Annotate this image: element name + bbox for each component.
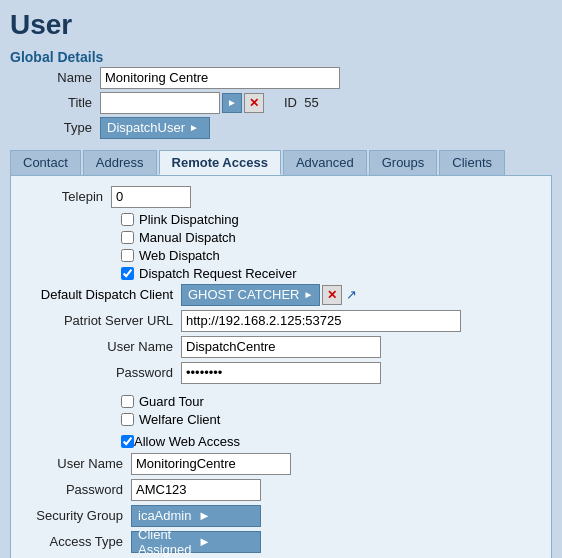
guard-tour-checkbox[interactable] [121, 395, 134, 408]
tab-content-remote-access: Telepin Plink Dispatching Manual Dispatc… [10, 175, 552, 558]
username-label: User Name [21, 339, 181, 354]
telepin-input[interactable] [111, 186, 191, 208]
allow-web-access-checkbox[interactable] [121, 435, 134, 448]
web-username-input[interactable] [131, 453, 291, 475]
page-title: User [10, 10, 552, 41]
web-dispatch-checkbox[interactable] [121, 249, 134, 262]
guard-tour-label: Guard Tour [139, 394, 204, 409]
password-input[interactable] [181, 362, 381, 384]
allow-web-access-label: Allow Web Access [134, 434, 240, 449]
dispatch-request-checkbox[interactable] [121, 267, 134, 280]
access-type-row: Access Type Client Assigned ► [21, 531, 541, 553]
security-group-dropdown[interactable]: icaAdmin ► [131, 505, 261, 527]
manual-dispatch-checkbox[interactable] [121, 231, 134, 244]
web-password-input[interactable] [131, 479, 261, 501]
security-group-arrow: ► [198, 508, 254, 523]
name-input[interactable] [100, 67, 340, 89]
dispatch-request-label: Dispatch Request Receiver [139, 266, 297, 281]
web-password-label: Password [21, 482, 131, 497]
dispatch-request-row: Dispatch Request Receiver [21, 266, 541, 281]
tab-advanced[interactable]: Advanced [283, 150, 367, 175]
manual-dispatch-row: Manual Dispatch [21, 230, 541, 245]
id-label: ID 55 [284, 95, 319, 110]
tab-contact[interactable]: Contact [10, 150, 81, 175]
tab-remote-access[interactable]: Remote Access [159, 150, 281, 175]
telepin-label: Telepin [21, 189, 111, 204]
external-link-icon[interactable]: ↗ [346, 287, 357, 302]
security-group-row: Security Group icaAdmin ► [21, 505, 541, 527]
ghost-catcher-label: GHOST CATCHER [188, 287, 299, 302]
password-row: Password [21, 362, 541, 384]
web-dispatch-label: Web Dispatch [139, 248, 220, 263]
plink-dispatching-label: Plink Dispatching [139, 212, 239, 227]
global-details: Name Title ► ✕ ID 55 Type DispatchUser ► [0, 67, 562, 146]
dispatch-client-x-btn[interactable]: ✕ [322, 285, 342, 305]
ghost-catcher-btn[interactable]: GHOST CATCHER ► [181, 284, 320, 306]
type-dropdown[interactable]: DispatchUser ► [100, 117, 210, 139]
welfare-client-row: Welfare Client [21, 412, 541, 427]
allow-web-access-row: Allow Web Access [21, 434, 541, 449]
title-arrow-btn[interactable]: ► [222, 93, 242, 113]
web-dispatch-row: Web Dispatch [21, 248, 541, 263]
web-username-label: User Name [21, 456, 131, 471]
manual-dispatch-label: Manual Dispatch [139, 230, 236, 245]
welfare-client-label: Welfare Client [139, 412, 220, 427]
username-input[interactable] [181, 336, 381, 358]
plink-dispatching-checkbox[interactable] [121, 213, 134, 226]
patriot-url-row: Patriot Server URL [21, 310, 541, 332]
type-dropdown-arrow: ► [189, 122, 203, 133]
tabs-bar: Contact Address Remote Access Advanced G… [0, 146, 562, 175]
ghost-catcher-arrow: ► [303, 289, 313, 300]
web-password-row: Password [21, 479, 541, 501]
security-group-label: Security Group [21, 508, 131, 523]
access-type-value: Client Assigned [138, 527, 194, 557]
tab-address[interactable]: Address [83, 150, 157, 175]
title-input[interactable] [100, 92, 220, 114]
dispatch-client-label: Default Dispatch Client [21, 287, 181, 302]
type-label: Type [10, 120, 100, 135]
web-username-row: User Name [21, 453, 541, 475]
username-row: User Name [21, 336, 541, 358]
title-x-btn[interactable]: ✕ [244, 93, 264, 113]
plink-dispatching-row: Plink Dispatching [21, 212, 541, 227]
patriot-url-input[interactable] [181, 310, 461, 332]
title-label: Title [10, 95, 100, 110]
access-type-arrow: ► [198, 534, 254, 549]
access-type-dropdown[interactable]: Client Assigned ► [131, 531, 261, 553]
welfare-client-checkbox[interactable] [121, 413, 134, 426]
access-type-label: Access Type [21, 534, 131, 549]
dispatch-client-row: Default Dispatch Client GHOST CATCHER ► … [21, 284, 541, 306]
password-label: Password [21, 365, 181, 380]
name-label: Name [10, 70, 100, 85]
section-label: Global Details [0, 45, 562, 67]
tab-groups[interactable]: Groups [369, 150, 438, 175]
security-group-value: icaAdmin [138, 508, 194, 523]
patriot-url-label: Patriot Server URL [21, 313, 181, 328]
guard-tour-row: Guard Tour [21, 394, 541, 409]
tab-clients[interactable]: Clients [439, 150, 505, 175]
